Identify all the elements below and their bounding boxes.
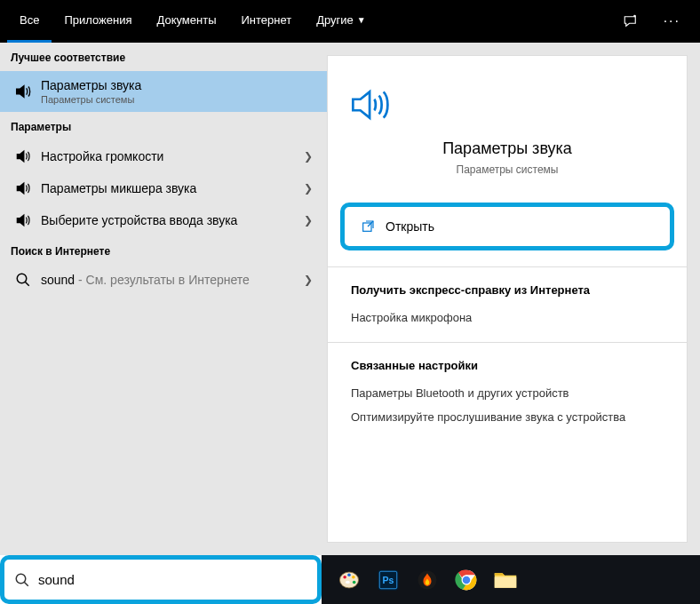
search-icon <box>11 272 36 288</box>
tab-other[interactable]: Другие ▼ <box>304 0 378 43</box>
related-header: Связанные настройки <box>351 359 664 372</box>
detail-title: Параметры звука <box>346 139 669 158</box>
search-box[interactable] <box>0 555 322 604</box>
chevron-right-icon: ❯ <box>300 214 316 226</box>
chevron-down-icon: ▼ <box>357 15 366 25</box>
speaker-icon <box>11 82 36 101</box>
speaker-icon <box>11 179 36 197</box>
result-subtitle: Параметры системы <box>41 94 316 105</box>
taskbar-photoshop[interactable]: Ps <box>370 564 407 596</box>
result-web-search[interactable]: sound - См. результаты в Интернете ❯ <box>0 265 327 295</box>
results-panel: Лучшее соответствие Параметры звука Пара… <box>0 43 327 555</box>
divider <box>328 342 687 343</box>
result-setting-input-device[interactable]: Выберите устройства ввода звука ❯ <box>0 204 327 236</box>
result-title: sound - См. результаты в Интернете <box>41 273 300 287</box>
related-link-optimize-audio[interactable]: Оптимизируйте прослушивание звука с устр… <box>351 405 664 429</box>
svg-point-1 <box>17 274 27 283</box>
svg-line-5 <box>24 582 28 586</box>
feedback-icon[interactable] <box>610 0 651 43</box>
result-title: Параметры микшера звука <box>41 181 300 195</box>
divider <box>328 266 687 267</box>
open-label: Открыть <box>386 219 434 234</box>
tab-apps[interactable]: Приложения <box>52 0 144 43</box>
help-header: Получить экспресс-справку из Интернета <box>351 283 664 297</box>
taskbar-chrome[interactable] <box>448 564 485 596</box>
section-best-match: Лучшее соответствие <box>0 43 327 71</box>
taskbar: Ps <box>322 555 700 604</box>
tab-documents[interactable]: Документы <box>144 0 228 43</box>
svg-text:Ps: Ps <box>383 575 394 585</box>
taskbar-flame-app[interactable] <box>409 564 446 596</box>
taskbar-file-explorer[interactable] <box>487 564 524 596</box>
svg-point-4 <box>16 574 26 584</box>
speaker-icon <box>346 83 669 127</box>
open-button[interactable]: Открыть <box>340 203 674 250</box>
related-link-bluetooth[interactable]: Параметры Bluetooth и других устройств <box>351 381 664 405</box>
more-options-button[interactable]: ··· <box>651 0 693 43</box>
svg-line-2 <box>25 282 29 286</box>
result-setting-volume[interactable]: Настройка громкости ❯ <box>0 140 327 172</box>
detail-subtitle: Параметры системы <box>346 163 669 176</box>
svg-point-7 <box>343 575 346 578</box>
tab-internet[interactable]: Интернет <box>228 0 304 43</box>
search-tabs: Все Приложения Документы Интернет Другие… <box>0 0 700 43</box>
svg-point-11 <box>346 580 350 583</box>
result-title: Параметры звука <box>41 78 316 92</box>
speaker-icon <box>11 147 36 165</box>
tab-all[interactable]: Все <box>7 0 52 43</box>
open-icon <box>361 219 375 234</box>
result-setting-mixer[interactable]: Параметры микшера звука ❯ <box>0 172 327 204</box>
svg-point-10 <box>353 580 356 584</box>
chevron-right-icon: ❯ <box>300 182 316 195</box>
svg-rect-19 <box>495 576 517 587</box>
result-best-match[interactable]: Параметры звука Параметры системы <box>0 71 327 112</box>
section-settings: Параметры <box>0 112 327 140</box>
svg-point-8 <box>347 573 351 576</box>
speaker-icon <box>11 211 36 229</box>
section-web-search: Поиск в Интернете <box>0 236 327 265</box>
chevron-right-icon: ❯ <box>300 150 316 163</box>
search-icon <box>10 572 35 588</box>
detail-panel: Параметры звука Параметры системы Открыт… <box>327 55 688 543</box>
svg-point-9 <box>352 575 355 578</box>
result-title: Выберите устройства ввода звука <box>41 213 300 227</box>
search-input[interactable] <box>35 565 312 594</box>
result-title: Настройка громкости <box>41 149 300 163</box>
help-link-microphone[interactable]: Настройка микрофона <box>351 306 664 330</box>
svg-point-0 <box>633 15 635 17</box>
chevron-right-icon: ❯ <box>300 274 316 286</box>
taskbar-paint[interactable] <box>330 564 368 596</box>
